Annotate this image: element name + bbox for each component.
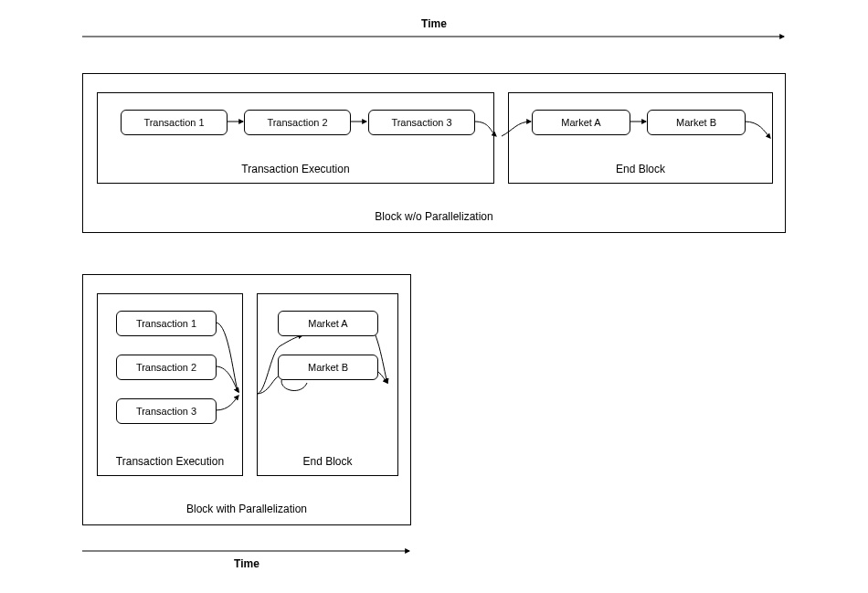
- stage-label-txexec-1: Transaction Execution: [241, 163, 349, 175]
- block-with-parallelization: Transaction 1 Transaction 2 Transaction …: [82, 274, 411, 525]
- time-label-bottom: Time: [234, 557, 259, 570]
- block-title-2: Block with Parallelization: [186, 503, 307, 515]
- node-label: Transaction 3: [391, 117, 451, 128]
- node-label: Transaction 1: [143, 117, 204, 128]
- node-label: Transaction 1: [136, 318, 196, 329]
- time-axis-bottom: Time: [82, 546, 411, 565]
- stage-label-endblock-2: End Block: [302, 455, 352, 468]
- node-transaction-2: Transaction 2: [244, 110, 351, 135]
- node-market-a-2: Market A: [278, 311, 378, 336]
- block-title-1: Block w/o Parallelization: [375, 210, 492, 223]
- node-label: Market B: [676, 117, 716, 128]
- node-market-a-1: Market A: [532, 110, 630, 135]
- block-without-parallelization: Transaction 1 Transaction 2 Transaction …: [82, 73, 786, 233]
- node-transaction-1b: Transaction 1: [116, 311, 217, 336]
- node-label: Transaction 2: [136, 362, 196, 373]
- stage-label-txexec-2: Transaction Execution: [116, 455, 224, 468]
- stage-transaction-execution-1: Transaction 1 Transaction 2 Transaction …: [97, 92, 494, 184]
- node-transaction-3b: Transaction 3: [116, 398, 217, 424]
- node-label: Transaction 2: [267, 117, 327, 128]
- node-transaction-2b: Transaction 2: [116, 355, 217, 380]
- node-market-b-2: Market B: [278, 355, 378, 380]
- node-transaction-3: Transaction 3: [368, 110, 475, 135]
- node-market-b-1: Market B: [647, 110, 746, 135]
- time-axis-top: Time: [82, 32, 786, 50]
- node-transaction-1: Transaction 1: [121, 110, 228, 135]
- stage-end-block-1: Market A Market B End Block: [508, 92, 773, 184]
- node-label: Transaction 3: [136, 406, 196, 417]
- node-label: Market B: [308, 362, 348, 373]
- time-label-top: Time: [421, 17, 447, 30]
- stage-transaction-execution-2: Transaction 1 Transaction 2 Transaction …: [97, 293, 243, 476]
- node-label: Market A: [308, 318, 347, 329]
- stage-label-endblock-1: End Block: [616, 163, 665, 175]
- node-label: Market A: [561, 117, 600, 128]
- stage-end-block-2: Market A Market B End Block: [257, 293, 398, 476]
